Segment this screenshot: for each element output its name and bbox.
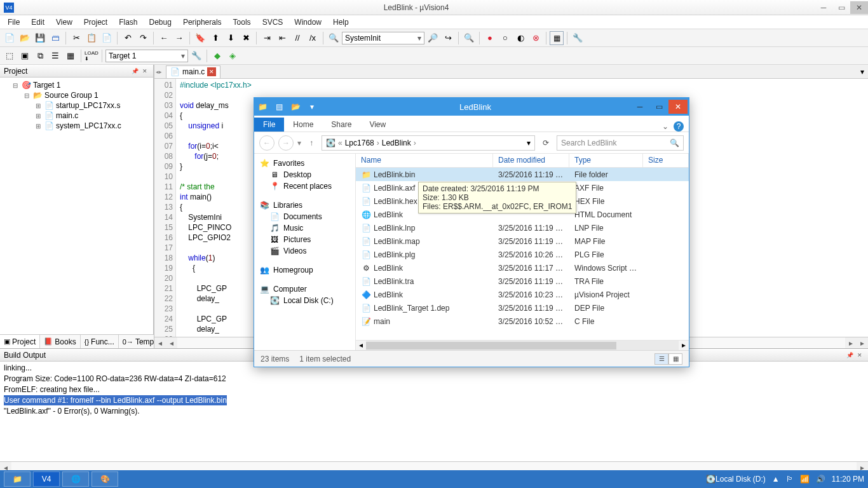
ribbon-view[interactable]: View [360,118,395,132]
menu-edit[interactable]: Edit [26,17,50,28]
nav-fwd-icon[interactable]: → [172,31,186,45]
nav-homegroup[interactable]: 👥Homegroup [257,264,353,276]
nav-documents[interactable]: 📄Documents [257,211,353,222]
menu-tools[interactable]: Tools [228,17,256,28]
breakpoint-icon[interactable]: ● [483,31,497,45]
bookmark-icon[interactable]: 🔖 [193,31,207,45]
tray-up-icon[interactable]: ▲ [772,475,780,484]
new-file-icon[interactable]: 📄 [3,31,17,45]
explorer-maximize[interactable]: ▭ [649,100,668,114]
batch-build-icon[interactable]: ☰ [48,49,62,63]
ribbon-help-icon[interactable]: ? [674,121,684,132]
col-name[interactable]: Name [356,154,493,167]
scroll-right-icon[interactable]: ▸ [845,337,857,348]
explorer-minimize[interactable]: ─ [630,100,649,114]
build-icon[interactable]: ▣ [18,49,32,63]
tray-flag-icon[interactable]: 🏳 [786,475,794,484]
save-icon[interactable]: 💾 [33,31,47,45]
indent-icon[interactable]: ⇥ [260,31,274,45]
menu-help[interactable]: Help [328,17,354,28]
close-tab-icon[interactable]: ✕ [207,67,216,76]
explorer-menu-icon[interactable]: ▾ [304,98,320,115]
manage-rte-icon[interactable]: ◈ [226,49,240,63]
manage-components-icon[interactable]: ◆ [210,49,224,63]
tray-volume-icon[interactable]: 🔊 [816,475,825,484]
panel-pin-icon[interactable]: 📌 [130,67,139,76]
file-row[interactable]: 📄LedBlink_Target 1.dep3/25/2016 11:19 PM… [356,301,689,315]
rebuild-icon[interactable]: ⧉ [33,49,47,63]
menu-debug[interactable]: Debug [144,17,177,28]
nav-videos[interactable]: 🎬Videos [257,245,353,257]
maximize-button[interactable]: ▭ [832,1,850,14]
save-all-icon[interactable]: 🗃 [48,31,62,45]
scroll-left-icon[interactable]: ◂ [154,337,166,348]
task-paint[interactable]: 🎨 [92,471,118,487]
function-combo[interactable]: SystemInit [342,32,424,44]
file-row[interactable]: 📝main3/25/2016 10:52 PMC File [356,315,689,328]
outdent-icon[interactable]: ⇤ [275,31,289,45]
file-row[interactable]: 📄LedBlink.tra3/25/2016 11:19 PMTRA File [356,274,689,288]
nav-history-icon[interactable]: ▾ [297,139,301,147]
tray-network-icon[interactable]: 📶 [800,475,810,484]
col-type[interactable]: Type [569,154,643,167]
panel-close-icon[interactable]: ✕ [140,67,149,76]
breakpoint-enable-icon[interactable]: ◐ [513,31,527,45]
translate-icon[interactable]: ⬚ [3,49,17,63]
tray-drive[interactable]: 💽 Local Disk (D:) [706,475,766,484]
tree-file[interactable]: ⊞📄system_LPC17xx.c [3,121,151,131]
explorer-titlebar[interactable]: 📁 ▤ 📂 ▾ LedBlink ─ ▭ ✕ [254,98,689,116]
task-chrome[interactable]: 🌐 [62,471,89,487]
list-header[interactable]: Name Date modified Type Size [356,154,689,168]
breakpoint-disable-icon[interactable]: ○ [498,31,512,45]
cut-icon[interactable]: ✂ [69,31,83,45]
view-icons-icon[interactable]: ▦ [668,353,682,365]
nav-forward[interactable]: → [278,135,294,151]
find-in-files-icon[interactable]: 🔍 [327,31,341,45]
menu-window[interactable]: Window [289,17,327,28]
find-icon[interactable]: 🔎 [426,31,440,45]
file-row[interactable]: 📁LedBlink.bin3/25/2016 11:19 PMFile fold… [356,168,689,181]
stop-build-icon[interactable]: ▦ [64,49,78,63]
list-body[interactable]: 📁LedBlink.bin3/25/2016 11:19 PMFile fold… [356,168,689,340]
nav-computer[interactable]: 💻Computer [257,283,353,295]
nav-libraries[interactable]: 📚Libraries [257,200,353,211]
tree-group[interactable]: ⊟📂Source Group 1 [3,90,151,100]
output-close-icon[interactable]: ✕ [855,351,864,360]
configure-icon[interactable]: 🔧 [571,31,585,45]
crumb[interactable]: Lpc1768 [345,139,374,147]
paste-icon[interactable]: 📄 [100,31,114,45]
find-next-icon[interactable]: ↪ [441,31,455,45]
taskbar[interactable]: 📁 V4 🌐 🎨 💽 Local Disk (D:) ▲ 🏳 📶 🔊 11:20… [0,470,868,488]
menu-flash[interactable]: Flash [114,17,142,28]
menu-file[interactable]: File [3,17,25,28]
copy-icon[interactable]: 📋 [85,31,98,45]
nav-up[interactable]: ↑ [305,139,318,147]
file-row[interactable]: ⚙LedBlink3/25/2016 11:17 PMWindows Scrip… [356,261,689,274]
uncomment-icon[interactable]: /x [306,31,320,45]
debug-icon[interactable]: 🔍 [462,31,476,45]
nav-music[interactable]: 🎵Music [257,222,353,234]
bookmark-next-icon[interactable]: ⬇ [224,31,238,45]
ribbon-share[interactable]: Share [322,118,360,132]
search-box[interactable]: Search LedBlink 🔍 [557,135,684,151]
nav-back-icon[interactable]: ← [157,31,171,45]
nav-back[interactable]: ← [259,135,275,151]
minimize-button[interactable]: ─ [815,1,832,14]
window-layout-icon[interactable]: ▦ [550,31,564,45]
task-explorer[interactable]: 📁 [4,471,31,487]
menu-svcs[interactable]: SVCS [257,17,288,28]
output-body[interactable]: linking... Program Size: Code=1100 RO-da… [0,362,868,461]
crumb[interactable]: LedBlink [382,139,411,147]
refresh-icon[interactable]: ⟳ [539,139,553,147]
explorer-newfolder-icon[interactable]: 📂 [287,98,304,115]
output-pin-icon[interactable]: 📌 [845,351,854,360]
menu-view[interactable]: View [51,17,78,28]
tree-file[interactable]: ⊞📄startup_LPC17xx.s [3,100,151,111]
breakpoint-kill-icon[interactable]: ⊗ [529,31,543,45]
redo-icon[interactable]: ↷ [136,31,150,45]
target-options-icon[interactable]: 🔧 [189,49,203,63]
list-hscroll[interactable]: ◂▸ [356,340,689,350]
close-button[interactable]: ✕ [850,1,868,14]
editor-dropdown-icon[interactable]: ▾ [860,67,864,76]
task-uvision[interactable]: V4 [33,471,60,487]
